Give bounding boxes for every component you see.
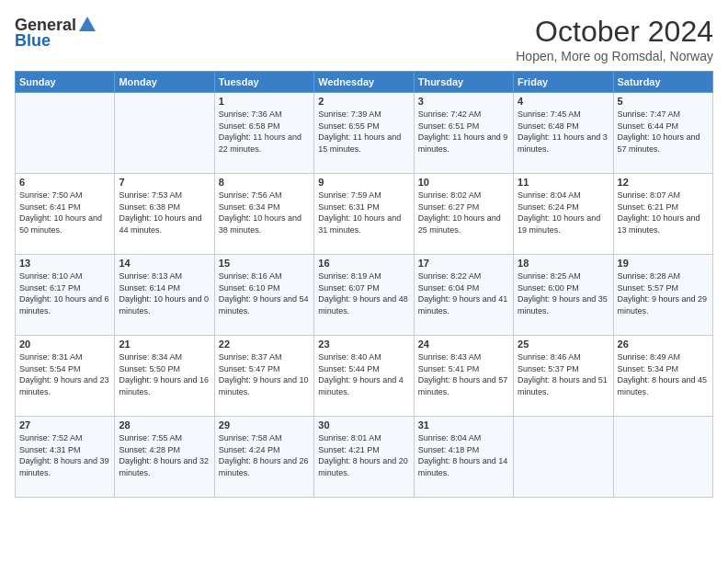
day-info: Sunrise: 7:56 AMSunset: 6:34 PMDaylight:… [219,190,310,236]
day-number: 11 [518,177,609,188]
week-row-2: 13Sunrise: 8:10 AMSunset: 6:17 PMDayligh… [16,255,713,336]
day-number: 17 [418,258,509,269]
day-number: 29 [219,419,310,431]
day-number: 31 [418,419,509,431]
day-cell: 6Sunrise: 7:50 AMSunset: 6:41 PMDaylight… [16,174,115,255]
col-friday: Friday [514,72,613,93]
day-number: 2 [318,96,409,107]
day-cell [613,417,712,498]
logo-blue: Blue [15,31,51,51]
day-info: Sunrise: 7:53 AMSunset: 6:38 PMDaylight:… [119,190,210,236]
day-info: Sunrise: 8:10 AMSunset: 6:17 PMDaylight:… [19,270,110,316]
day-number: 1 [219,96,310,107]
day-number: 10 [418,177,509,188]
day-cell: 1Sunrise: 7:36 AMSunset: 6:58 PMDaylight… [214,93,313,174]
week-row-4: 27Sunrise: 7:52 AMSunset: 4:31 PMDayligh… [16,417,713,498]
day-info: Sunrise: 8:16 AMSunset: 6:10 PMDaylight:… [219,270,310,316]
day-cell: 5Sunrise: 7:47 AMSunset: 6:44 PMDaylight… [613,93,712,174]
page: General Blue October 2024 Hopen, More og… [0,0,728,563]
day-number: 6 [19,177,110,188]
day-cell: 11Sunrise: 8:04 AMSunset: 6:24 PMDayligh… [514,174,613,255]
calendar-table: Sunday Monday Tuesday Wednesday Thursday… [15,71,713,498]
day-cell: 18Sunrise: 8:25 AMSunset: 6:00 PMDayligh… [514,255,613,336]
day-number: 24 [418,339,509,350]
day-cell: 29Sunrise: 7:58 AMSunset: 4:24 PMDayligh… [214,417,313,498]
day-info: Sunrise: 8:43 AMSunset: 5:41 PMDaylight:… [418,351,509,397]
col-wednesday: Wednesday [314,72,414,93]
day-cell: 15Sunrise: 8:16 AMSunset: 6:10 PMDayligh… [214,255,313,336]
day-cell: 14Sunrise: 8:13 AMSunset: 6:14 PMDayligh… [115,255,214,336]
day-info: Sunrise: 8:25 AMSunset: 6:00 PMDaylight:… [518,270,609,316]
day-cell: 16Sunrise: 8:19 AMSunset: 6:07 PMDayligh… [314,255,414,336]
day-number: 13 [19,258,110,269]
day-info: Sunrise: 8:31 AMSunset: 5:54 PMDaylight:… [19,351,110,397]
day-number: 15 [219,258,310,269]
day-info: Sunrise: 7:59 AMSunset: 6:31 PMDaylight:… [318,190,409,236]
day-number: 20 [19,339,110,350]
day-number: 12 [618,177,709,188]
day-cell: 4Sunrise: 7:45 AMSunset: 6:48 PMDaylight… [514,93,613,174]
col-thursday: Thursday [414,72,513,93]
day-number: 8 [219,177,310,188]
day-number: 27 [19,419,110,431]
day-info: Sunrise: 8:04 AMSunset: 4:18 PMDaylight:… [418,432,509,478]
day-info: Sunrise: 8:37 AMSunset: 5:47 PMDaylight:… [219,351,310,397]
day-info: Sunrise: 8:02 AMSunset: 6:27 PMDaylight:… [418,190,509,236]
col-tuesday: Tuesday [214,72,313,93]
day-info: Sunrise: 8:49 AMSunset: 5:34 PMDaylight:… [618,351,709,397]
title-block: October 2024 Hopen, More og Romsdal, Nor… [516,15,713,63]
day-info: Sunrise: 7:45 AMSunset: 6:48 PMDaylight:… [518,109,609,155]
day-cell: 7Sunrise: 7:53 AMSunset: 6:38 PMDaylight… [115,174,214,255]
day-info: Sunrise: 8:19 AMSunset: 6:07 PMDaylight:… [318,270,409,316]
day-number: 4 [518,96,609,107]
day-cell [115,93,214,174]
day-info: Sunrise: 8:01 AMSunset: 4:21 PMDaylight:… [318,432,409,478]
col-monday: Monday [115,72,214,93]
day-cell: 27Sunrise: 7:52 AMSunset: 4:31 PMDayligh… [16,417,115,498]
location-title: Hopen, More og Romsdal, Norway [516,49,713,63]
weekday-header-row: Sunday Monday Tuesday Wednesday Thursday… [16,72,713,93]
day-number: 19 [618,258,709,269]
day-number: 3 [418,96,509,107]
day-info: Sunrise: 7:36 AMSunset: 6:58 PMDaylight:… [219,109,310,155]
day-info: Sunrise: 7:50 AMSunset: 6:41 PMDaylight:… [19,190,110,236]
day-number: 21 [119,339,210,350]
day-cell: 30Sunrise: 8:01 AMSunset: 4:21 PMDayligh… [314,417,414,498]
day-info: Sunrise: 7:47 AMSunset: 6:44 PMDaylight:… [618,109,709,155]
day-number: 26 [618,339,709,350]
day-info: Sunrise: 7:55 AMSunset: 4:28 PMDaylight:… [119,432,210,478]
day-number: 22 [219,339,310,350]
day-number: 23 [318,339,409,350]
day-info: Sunrise: 7:42 AMSunset: 6:51 PMDaylight:… [418,109,509,155]
day-info: Sunrise: 8:40 AMSunset: 5:44 PMDaylight:… [318,351,409,397]
day-cell: 25Sunrise: 8:46 AMSunset: 5:37 PMDayligh… [514,336,613,417]
header: General Blue October 2024 Hopen, More og… [15,15,713,63]
day-info: Sunrise: 7:39 AMSunset: 6:55 PMDaylight:… [318,109,409,155]
day-info: Sunrise: 8:22 AMSunset: 6:04 PMDaylight:… [418,270,509,316]
day-cell: 26Sunrise: 8:49 AMSunset: 5:34 PMDayligh… [613,336,712,417]
day-cell: 2Sunrise: 7:39 AMSunset: 6:55 PMDaylight… [314,93,414,174]
day-number: 28 [119,419,210,431]
day-cell: 22Sunrise: 8:37 AMSunset: 5:47 PMDayligh… [214,336,313,417]
day-info: Sunrise: 8:46 AMSunset: 5:37 PMDaylight:… [518,351,609,397]
day-number: 18 [518,258,609,269]
week-row-0: 1Sunrise: 7:36 AMSunset: 6:58 PMDaylight… [16,93,713,174]
day-number: 14 [119,258,210,269]
day-cell: 20Sunrise: 8:31 AMSunset: 5:54 PMDayligh… [16,336,115,417]
day-info: Sunrise: 7:52 AMSunset: 4:31 PMDaylight:… [19,432,110,478]
day-info: Sunrise: 7:58 AMSunset: 4:24 PMDaylight:… [219,432,310,478]
day-cell [514,417,613,498]
day-info: Sunrise: 8:04 AMSunset: 6:24 PMDaylight:… [518,190,609,236]
day-info: Sunrise: 8:13 AMSunset: 6:14 PMDaylight:… [119,270,210,316]
day-cell: 24Sunrise: 8:43 AMSunset: 5:41 PMDayligh… [414,336,513,417]
day-cell [16,93,115,174]
day-cell: 28Sunrise: 7:55 AMSunset: 4:28 PMDayligh… [115,417,214,498]
svg-marker-0 [79,17,96,31]
month-title: October 2024 [516,15,713,49]
logo-icon [77,15,97,35]
day-info: Sunrise: 8:28 AMSunset: 5:57 PMDaylight:… [618,270,709,316]
day-cell: 9Sunrise: 7:59 AMSunset: 6:31 PMDaylight… [314,174,414,255]
day-cell: 10Sunrise: 8:02 AMSunset: 6:27 PMDayligh… [414,174,513,255]
day-info: Sunrise: 8:34 AMSunset: 5:50 PMDaylight:… [119,351,210,397]
day-number: 9 [318,177,409,188]
